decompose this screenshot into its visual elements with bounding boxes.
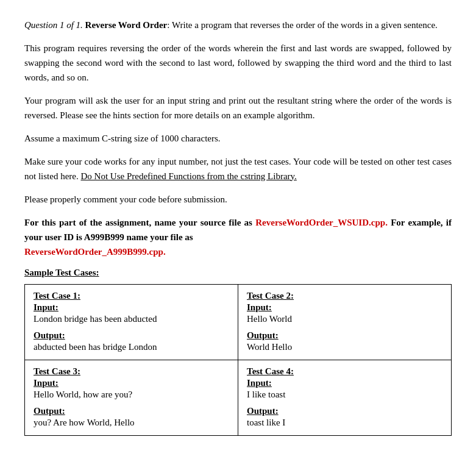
paragraph-1: This program requires reversing the orde…: [24, 41, 452, 85]
test-cases-table: Test Case 1: Input: London bridge has be…: [24, 284, 452, 436]
tc1-output-section: Output: abducted been has bridge London: [34, 330, 229, 352]
paragraph-4: Make sure your code works for any input …: [24, 154, 452, 183]
filename-red-1: ReverseWordOrder_WSUID.cpp.: [255, 218, 388, 227]
paragraph-6: For this part of the assignment, name yo…: [24, 215, 452, 259]
tc1-input-label: Input:: [34, 302, 229, 313]
tc1-output-value: abducted been has bridge London: [34, 342, 229, 352]
test-case-3-cell: Test Case 3: Input: Hello World, how are…: [25, 360, 238, 435]
paragraph-5: Please properly comment your code before…: [24, 192, 452, 207]
question-number: Question 1 of 1.: [24, 20, 83, 30]
para6-pre: For this part of the assignment, name yo…: [24, 218, 255, 227]
tc2-label: Test Case 2:: [247, 291, 442, 301]
no-predef-functions-text: Do Not Use Predefined Functions from the…: [80, 171, 296, 181]
tc2-input-label: Input:: [247, 302, 442, 313]
tc4-output-value: toast like I: [247, 418, 442, 428]
tc4-output-section: Output: toast like I: [247, 406, 442, 428]
tc4-input-value: I like toast: [247, 390, 442, 400]
test-case-4-cell: Test Case 4: Input: I like toast Output:…: [238, 360, 452, 435]
tc4-output-label: Output:: [247, 406, 442, 416]
tc2-output-value: World Hello: [247, 342, 442, 352]
tc4-label: Test Case 4:: [247, 366, 442, 377]
tc2-input-value: Hello World: [247, 314, 442, 324]
tc3-label: Test Case 3:: [34, 366, 229, 377]
tc3-output-section: Output: you? Are how World, Hello: [34, 406, 229, 428]
tc3-input-value: Hello World, how are you?: [34, 390, 229, 400]
tc3-output-label: Output:: [34, 406, 229, 416]
test-case-2-cell: Test Case 2: Input: Hello World Output: …: [238, 284, 452, 360]
test-cases-row-1: Test Case 1: Input: London bridge has be…: [25, 284, 452, 360]
tc1-input-value: London bridge has been abducted: [34, 314, 229, 324]
test-cases-row-2: Test Case 3: Input: Hello World, how are…: [25, 360, 452, 435]
question-title: Reverse Word Order: [85, 20, 168, 30]
question-header: Question 1 of 1. Reverse Word Order: Wri…: [24, 18, 452, 32]
tc2-output-label: Output:: [247, 330, 442, 341]
tc3-output-value: you? Are how World, Hello: [34, 418, 229, 428]
tc1-output-label: Output:: [34, 330, 229, 341]
tc1-label: Test Case 1:: [34, 291, 229, 301]
tc2-output-section: Output: World Hello: [247, 330, 442, 352]
question-title-suffix: : Write a program that reverses the orde…: [167, 20, 438, 30]
paragraph-3: Assume a maximum C-string size of 1000 c…: [24, 131, 452, 146]
paragraph-2: Your program will ask the user for an in…: [24, 93, 452, 123]
sample-test-cases-title: Sample Test Cases:: [24, 268, 452, 278]
test-case-1-cell: Test Case 1: Input: London bridge has be…: [25, 284, 238, 360]
filename-red-2: ReverseWordOrder_A999B999.cpp.: [24, 247, 166, 257]
tc4-input-label: Input:: [247, 378, 442, 388]
tc3-input-label: Input:: [34, 378, 229, 388]
